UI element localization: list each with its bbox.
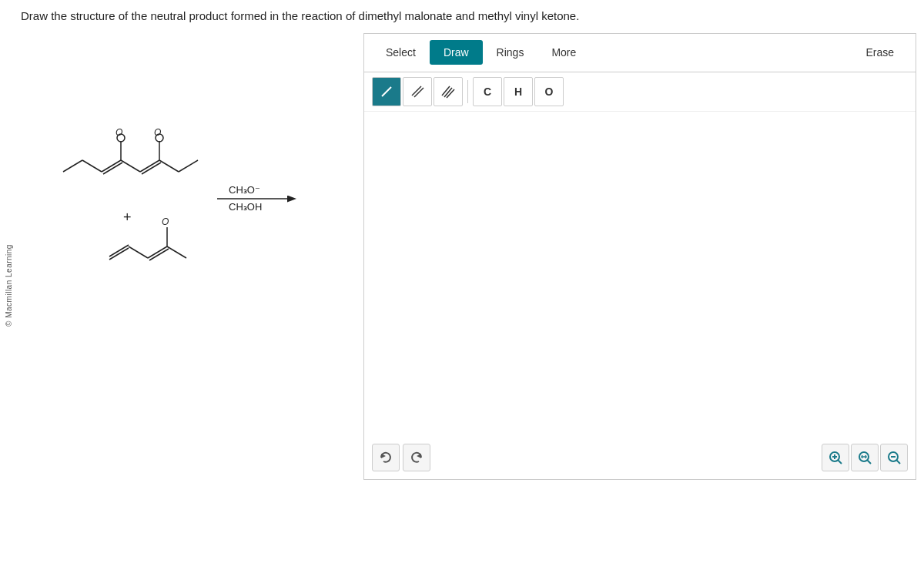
plus-sign: + [123, 210, 132, 225]
svg-line-19 [149, 249, 169, 260]
select-button[interactable]: Select [372, 40, 430, 65]
single-bond-button[interactable] [372, 77, 401, 106]
undo-icon [379, 451, 393, 464]
svg-line-3 [103, 163, 122, 174]
more-button[interactable]: More [537, 40, 590, 65]
reaction-area: O O + [25, 33, 348, 480]
svg-line-1 [82, 160, 102, 172]
question-text: Draw the structure of the neutral produc… [17, 0, 924, 33]
bond-tools: C H O [364, 72, 916, 112]
zoom-in-button[interactable] [822, 444, 849, 471]
svg-line-15 [109, 245, 129, 256]
svg-line-9 [159, 160, 179, 172]
canvas-area[interactable] [364, 112, 916, 466]
rings-button[interactable]: Rings [483, 40, 538, 65]
atom-h-button[interactable]: H [504, 77, 533, 106]
zoom-fit-icon [857, 450, 872, 465]
undo-button[interactable] [372, 444, 400, 471]
content-area: O O + [17, 33, 924, 480]
redo-button[interactable] [403, 444, 430, 471]
zoom-out-button[interactable] [880, 444, 908, 471]
drawing-panel: Select Draw Rings More Erase [363, 33, 916, 480]
single-bond-icon [379, 84, 394, 99]
svg-line-2 [102, 160, 121, 172]
svg-text:CH₃O⁻: CH₃O⁻ [229, 184, 260, 196]
svg-line-18 [148, 246, 167, 258]
svg-text:O: O [116, 127, 122, 138]
svg-line-26 [382, 87, 391, 96]
zoom-toolbar [822, 444, 908, 471]
svg-marker-32 [381, 454, 386, 458]
svg-line-21 [167, 246, 186, 258]
atom-o-button[interactable]: O [534, 77, 564, 106]
redo-icon [410, 451, 424, 464]
reaction-diagram: O O + [25, 49, 348, 295]
bottom-toolbar [372, 444, 430, 471]
zoom-fit-button[interactable] [851, 444, 879, 471]
svg-line-0 [63, 160, 82, 172]
svg-line-6 [140, 160, 159, 172]
atom-c-button[interactable]: C [473, 77, 502, 106]
reaction-svg: O O + [40, 49, 363, 295]
svg-line-37 [839, 460, 842, 464]
svg-text:O: O [154, 127, 161, 138]
toolbar: Select Draw Rings More Erase [364, 34, 916, 72]
draw-button[interactable]: Draw [430, 40, 483, 65]
svg-line-10 [179, 160, 198, 172]
svg-text:CH₃OH: CH₃OH [229, 201, 262, 213]
double-bond-icon [409, 83, 426, 100]
svg-line-5 [121, 160, 140, 172]
erase-button[interactable]: Erase [852, 40, 908, 65]
copyright-sidebar: © Macmillan Learning [0, 0, 17, 570]
svg-line-29 [442, 86, 450, 96]
main-content: Draw the structure of the neutral produc… [17, 0, 924, 570]
svg-line-17 [129, 246, 148, 258]
double-bond-button[interactable] [403, 77, 432, 106]
svg-line-39 [868, 460, 872, 464]
svg-line-16 [109, 248, 129, 260]
copyright-text: © Macmillan Learning [5, 244, 13, 327]
zoom-out-icon [886, 450, 902, 465]
separator-1 [467, 80, 468, 103]
svg-line-43 [897, 460, 901, 464]
svg-marker-33 [417, 454, 421, 458]
svg-text:O: O [162, 216, 169, 227]
triple-bond-button[interactable] [434, 77, 463, 106]
zoom-in-icon [828, 450, 843, 465]
svg-line-7 [142, 163, 161, 174]
triple-bond-icon [440, 83, 457, 100]
